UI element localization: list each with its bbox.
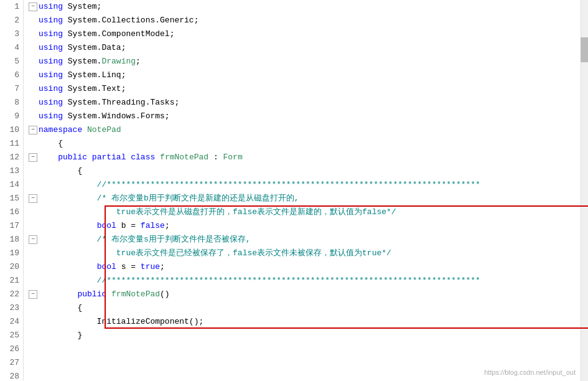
fold-marker[interactable]: − [29,153,37,162]
code-line: { [29,137,588,151]
line-number: 11 [0,137,23,151]
code-token: { [39,301,82,315]
code-line: using System.Text; [29,82,588,96]
code-token: using [39,14,63,27]
code-line: //**************************************… [29,178,588,192]
code-token: using [39,110,63,123]
code-token: System.Text; [63,82,126,96]
code-token: bool [97,260,116,274]
code-token [39,288,77,301]
line-number: 24 [0,315,23,329]
line-number: 12 [0,151,23,164]
code-token: //**************************************… [39,274,480,288]
code-token: System.Windows.Forms; [63,110,170,123]
code-line: using System.Windows.Forms; [29,110,588,123]
line-number: 16 [0,205,23,219]
code-token: public [58,151,87,164]
code-token: System.Collections.Generic; [63,14,198,27]
code-token: System. [63,55,101,68]
code-line: InitializeComponent(); [29,315,588,329]
line-number: 9 [0,110,23,123]
code-token: true表示文件是从磁盘打开的，false表示文件是新建的，默认值为false*… [39,205,396,219]
code-token: using [39,96,63,110]
code-line: − /* 布尔变量b用于判断文件是新建的还是从磁盘打开的, [29,192,588,205]
line-number: 17 [0,219,23,233]
code-line: using System.ComponentModel; [29,27,588,41]
code-token: ; [160,260,165,274]
code-token: ; [165,219,170,233]
code-line: true表示文件是已经被保存了，false表示文件未被保存，默认值为true*/ [29,247,588,260]
code-token [106,288,111,301]
line-number: 10 [0,123,23,137]
code-token: using [39,0,63,14]
code-area[interactable]: −using System;using System.Collections.G… [24,0,588,381]
code-token: NotePad [87,123,121,137]
code-token: false [141,219,165,233]
code-token: b = [116,219,141,233]
line-number: 18 [0,233,23,247]
fold-marker[interactable]: − [29,194,37,203]
code-token: using [39,41,63,55]
code-token: /* 布尔变量s用于判断文件件是否被保存, [39,233,251,247]
code-token: true [141,260,160,274]
watermark: https://blog.csdn.net/input_out [484,369,576,376]
line-number: 14 [0,178,23,192]
line-number: 4 [0,41,23,55]
line-number: 21 [0,274,23,288]
line-number: 28 [0,370,23,381]
code-line: //**************************************… [29,274,588,288]
line-number: 26 [0,342,23,356]
code-token: //**************************************… [39,178,480,192]
code-line: − public frmNotePad() [29,288,588,301]
code-token: using [39,82,63,96]
code-token [82,123,87,137]
line-number: 27 [0,356,23,370]
code-token: s = [116,260,141,274]
code-token: namespace [39,123,82,137]
code-line: − public partial class frmNotePad : Form [29,151,588,164]
code-token: { [39,164,82,178]
code-token: Form [223,151,243,164]
code-token: bool [97,219,116,233]
line-number: 22 [0,288,23,301]
code-token: frmNotePad [111,288,160,301]
line-number: 1 [0,0,23,14]
code-token: System.ComponentModel; [63,27,174,41]
code-token: System.Linq; [63,68,126,82]
code-token: class [131,151,155,164]
code-token [126,151,131,164]
code-token: Drawing [101,55,136,68]
code-token: partial [92,151,126,164]
code-token: /* 布尔变量b用于判断文件是新建的还是从磁盘打开的, [39,192,299,205]
line-number: 7 [0,82,23,96]
code-token: frmNotePad [160,151,208,164]
line-number: 2 [0,14,23,27]
line-number: 5 [0,55,23,68]
code-line: true表示文件是从磁盘打开的，false表示文件是新建的，默认值为false*… [29,205,588,219]
fold-marker[interactable]: − [29,2,37,11]
code-token: using [39,27,63,41]
code-token [39,260,97,274]
code-line: } [29,329,588,342]
code-token: : [208,151,223,164]
line-number: 15 [0,192,23,205]
code-token: { [39,137,63,151]
fold-marker[interactable]: − [29,290,37,299]
code-line: bool s = true; [29,260,588,274]
code-token: () [160,288,170,301]
code-token: using [39,68,63,82]
code-token: using [39,55,63,68]
fold-marker[interactable]: − [29,235,37,244]
code-token: InitializeComponent(); [39,315,203,329]
code-token: ; [136,55,141,68]
code-token: System.Threading.Tasks; [63,96,179,110]
line-number: 6 [0,68,23,82]
code-token: true表示文件是已经被保存了，false表示文件未被保存，默认值为true*/ [39,247,391,260]
scrollbar-vertical[interactable] [581,0,588,381]
line-number: 13 [0,164,23,178]
line-number: 3 [0,27,23,41]
line-numbers: 1234567891011121314151617181920212223242… [0,0,24,381]
fold-marker[interactable]: − [29,126,37,134]
line-number: 8 [0,96,23,110]
scrollbar-thumb[interactable] [581,37,588,62]
